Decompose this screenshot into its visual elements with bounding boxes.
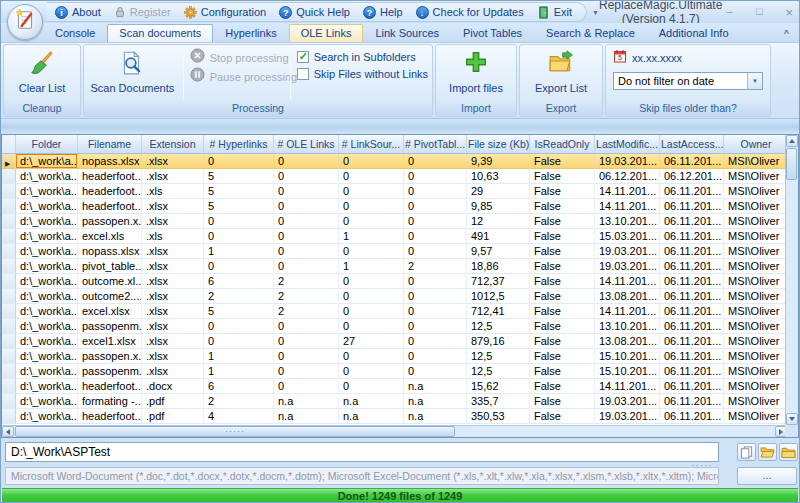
- grid-cell[interactable]: 10,63: [467, 169, 530, 184]
- grid-cell[interactable]: MSI\Oliver: [724, 304, 789, 319]
- column-header-pivottabl[interactable]: # PivotTabl...: [404, 135, 467, 153]
- grid-cell[interactable]: 1012,5: [467, 289, 530, 304]
- grid-cell[interactable]: headerfoot...: [78, 409, 142, 424]
- grid-cell[interactable]: MSI\Oliver: [724, 244, 789, 259]
- grid-cell[interactable]: MSI\Oliver: [724, 379, 789, 394]
- grid-cell[interactable]: False: [530, 154, 595, 169]
- grid-cell[interactable]: False: [530, 289, 595, 304]
- grid-cell[interactable]: MSI\Oliver: [724, 154, 789, 169]
- grid-cell[interactable]: 0: [204, 214, 274, 229]
- grid-cell[interactable]: MSI\Oliver: [724, 394, 789, 409]
- grid-cell[interactable]: 0: [339, 169, 404, 184]
- skip-files-without-links-checkbox[interactable]: Skip Files without Links: [297, 66, 428, 81]
- grid-cell[interactable]: 2: [204, 394, 274, 409]
- grid-cell[interactable]: False: [530, 304, 595, 319]
- grid-cell[interactable]: 19.03.201...: [595, 154, 660, 169]
- grid-cell[interactable]: 0: [404, 304, 467, 319]
- grid-cell[interactable]: d:\_work\a...: [16, 349, 78, 364]
- grid-cell[interactable]: d:\_work\a...: [16, 289, 78, 304]
- grid-cell[interactable]: d:\_work\a...: [16, 334, 78, 349]
- scroll-down-button[interactable]: [786, 413, 798, 425]
- grid-cell[interactable]: .xlsx: [142, 169, 204, 184]
- grid-cell[interactable]: 335,7: [467, 394, 530, 409]
- menu-item-about[interactable]: iAbout: [49, 6, 107, 19]
- export-list-button[interactable]: Export List: [535, 45, 587, 102]
- grid-cell[interactable]: d:\_work\a...: [16, 394, 78, 409]
- grid-cell[interactable]: False: [530, 184, 595, 199]
- grid-cell[interactable]: 15.10.201...: [595, 364, 660, 379]
- grid-cell[interactable]: 0: [404, 184, 467, 199]
- grid-cell[interactable]: .pdf: [142, 394, 204, 409]
- grid-cell[interactable]: d:\_work\a...: [16, 409, 78, 424]
- grid-cell[interactable]: 06.11.201...: [660, 304, 724, 319]
- grid-cell[interactable]: .xlsx: [142, 289, 204, 304]
- grid-cell[interactable]: 0: [339, 154, 404, 169]
- grid-cell[interactable]: 0: [404, 334, 467, 349]
- grid-cell[interactable]: d:\_work\a...: [16, 304, 78, 319]
- table-row[interactable]: d:\_work\a...outcome2.....xlsx22001012,5…: [2, 289, 789, 304]
- tab-ole-links[interactable]: OLE Links: [289, 24, 364, 42]
- grid-cell[interactable]: .xlsx: [142, 319, 204, 334]
- menu-item-configuration[interactable]: Configuration: [178, 6, 272, 19]
- grid-cell[interactable]: 0: [339, 244, 404, 259]
- grid-cell[interactable]: d:\_work\a...: [16, 274, 78, 289]
- grid-cell[interactable]: 2: [274, 304, 339, 319]
- grid-cell[interactable]: n.a: [404, 394, 467, 409]
- grid-cell[interactable]: nopass.xlsx: [78, 244, 142, 259]
- tab-link-sources[interactable]: Link Sources: [363, 24, 451, 42]
- grid-cell[interactable]: headerfoot...: [78, 379, 142, 394]
- column-header-isreadonly[interactable]: IsReadOnly: [530, 135, 595, 153]
- table-row[interactable]: d:\_work\a...passopen.x....xlsx000012Fal…: [2, 214, 789, 229]
- grid-cell[interactable]: 0: [404, 169, 467, 184]
- more-file-types-button[interactable]: ...: [737, 467, 797, 485]
- grid-cell[interactable]: 27: [339, 334, 404, 349]
- grid-cell[interactable]: 06.11.201...: [660, 319, 724, 334]
- grid-cell[interactable]: .xls: [142, 229, 204, 244]
- grid-cell[interactable]: 491: [467, 229, 530, 244]
- chevron-down-icon[interactable]: [747, 73, 762, 89]
- column-header-linksour[interactable]: # LinkSour...: [339, 135, 404, 153]
- grid-cell[interactable]: .xlsx: [142, 304, 204, 319]
- stop-processing-button[interactable]: Stop processing: [190, 49, 284, 66]
- grid-cell[interactable]: 0: [204, 319, 274, 334]
- grid-cell[interactable]: 19.03.201...: [595, 409, 660, 424]
- scan-path-input[interactable]: [5, 442, 719, 462]
- grid-cell[interactable]: 0: [274, 259, 339, 274]
- scroll-up-button[interactable]: [786, 135, 798, 147]
- grid-cell[interactable]: n.a: [404, 409, 467, 424]
- grid-cell[interactable]: 0: [274, 334, 339, 349]
- grid-cell[interactable]: 06.11.201...: [660, 199, 724, 214]
- qat-customize-chevron-icon[interactable]: ▼: [592, 9, 599, 16]
- grid-cell[interactable]: 06.11.201...: [660, 289, 724, 304]
- grid-cell[interactable]: MSI\Oliver: [724, 289, 789, 304]
- grid-cell[interactable]: 6: [204, 274, 274, 289]
- grid-cell[interactable]: 6: [204, 379, 274, 394]
- grid-cell[interactable]: 06.11.201...: [660, 364, 724, 379]
- grid-cell[interactable]: 1: [204, 364, 274, 379]
- grid-cell[interactable]: 06.11.201...: [660, 214, 724, 229]
- grid-cell[interactable]: 14.11.201...: [595, 199, 660, 214]
- column-header-owner[interactable]: Owner: [724, 135, 789, 153]
- grid-cell[interactable]: MSI\Oliver: [724, 184, 789, 199]
- grid-cell[interactable]: MSI\Oliver: [724, 334, 789, 349]
- grid-cell[interactable]: n.a: [404, 379, 467, 394]
- grid-cell[interactable]: False: [530, 229, 595, 244]
- grid-cell[interactable]: 2: [274, 274, 339, 289]
- grid-cell[interactable]: .xlsx: [142, 274, 204, 289]
- grid-cell[interactable]: 19.03.201...: [595, 394, 660, 409]
- grid-cell[interactable]: MSI\Oliver: [724, 409, 789, 424]
- close-button[interactable]: [782, 5, 796, 20]
- grid-cell[interactable]: False: [530, 169, 595, 184]
- grid-cell[interactable]: 06.11.201...: [660, 154, 724, 169]
- column-header-file-size-kb[interactable]: File size (Kb): [467, 135, 530, 153]
- grid-cell[interactable]: 06.11.201...: [660, 349, 724, 364]
- grid-cell[interactable]: False: [530, 349, 595, 364]
- grid-cell[interactable]: 0: [274, 244, 339, 259]
- column-header-lastaccess[interactable]: LastAccess...: [660, 135, 724, 153]
- grid-cell[interactable]: 19.03.201...: [595, 259, 660, 274]
- tab-console[interactable]: Console: [43, 24, 107, 42]
- menu-item-quick-help[interactable]: ?Quick Help: [273, 6, 356, 19]
- grid-cell[interactable]: n.a: [274, 394, 339, 409]
- grid-cell[interactable]: 0: [404, 244, 467, 259]
- grid-cell[interactable]: 2: [204, 289, 274, 304]
